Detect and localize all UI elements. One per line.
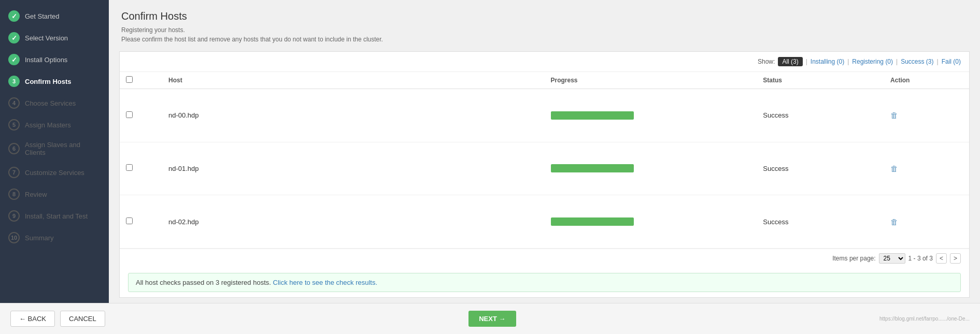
step-circle-assign-masters: 5	[8, 119, 20, 130]
sidebar-label-choose-services: Choose Services	[25, 99, 76, 107]
page-header: Confirm Hosts Registering your hosts. Pl…	[109, 0, 980, 51]
sidebar-item-review[interactable]: 8 Review	[0, 183, 109, 205]
filter-fail-link[interactable]: Fail (0)	[942, 58, 961, 65]
page-range: 1 - 3 of 3	[908, 255, 933, 262]
step-circle-get-started: ✓	[8, 10, 20, 22]
content-panel: Show: All (3) | Installing (0) | Registe…	[119, 51, 970, 298]
step-circle-review: 8	[8, 188, 20, 200]
row-checkbox-cell	[120, 142, 162, 195]
step-circle-customize-services: 7	[8, 167, 20, 178]
status-cell: Success	[757, 195, 884, 249]
progress-bar-fill	[551, 111, 634, 120]
per-page-select[interactable]: 25 50 100	[879, 253, 905, 264]
th-action: Action	[884, 72, 969, 89]
table-row: nd-01.hdp Success 🗑	[120, 142, 969, 195]
items-per-page-label: Items per page:	[832, 255, 875, 262]
cancel-button[interactable]: CANCEL	[60, 311, 105, 327]
sidebar-item-customize-services[interactable]: 7 Customize Services	[0, 162, 109, 183]
row-checkbox-cell	[120, 89, 162, 142]
step-circle-install-options: ✓	[8, 54, 20, 65]
pagination-bar: Items per page: 25 50 100 1 - 3 of 3 < >	[120, 249, 969, 268]
progress-bar-container	[551, 111, 634, 120]
step-circle-confirm-hosts: 3	[8, 76, 20, 87]
sidebar-item-choose-services[interactable]: 4 Choose Services	[0, 92, 109, 114]
sidebar-item-confirm-hosts[interactable]: 3 Confirm Hosts	[0, 70, 109, 92]
step-circle-assign-slaves: 6	[8, 143, 20, 154]
sidebar-item-assign-slaves[interactable]: 6 Assign Slaves and Clients	[0, 136, 109, 162]
delete-icon[interactable]: 🗑	[890, 111, 898, 120]
sidebar-label-assign-masters: Assign Masters	[25, 121, 71, 129]
progress-bar-container	[551, 217, 634, 226]
next-page-button[interactable]: >	[950, 253, 961, 264]
sidebar-label-assign-slaves: Assign Slaves and Clients	[25, 141, 101, 156]
action-cell: 🗑	[884, 142, 969, 195]
footer-url: https://blog.gml.net/farrpo....../one-De…	[879, 316, 970, 322]
filter-bar: Show: All (3) | Installing (0) | Registe…	[120, 52, 969, 72]
step-circle-summary: 10	[8, 232, 20, 243]
action-cell: 🗑	[884, 89, 969, 142]
filter-registering-link[interactable]: Registering (0)	[852, 58, 893, 65]
filter-show-label: Show:	[758, 58, 775, 65]
progress-bar-container	[551, 164, 634, 172]
hosts-table: Host Progress Status Action nd-00.hdp	[120, 72, 969, 249]
sidebar-label-select-version: Select Version	[25, 34, 68, 42]
sidebar-item-summary[interactable]: 10 Summary	[0, 227, 109, 249]
subtitle-line2: Please confirm the host list and remove …	[121, 35, 968, 44]
host-cell: nd-00.hdp	[162, 89, 545, 142]
footer: ← BACK CANCEL NEXT → https://blog.gml.ne…	[0, 303, 980, 334]
sidebar-item-get-started[interactable]: ✓ Get Started	[0, 5, 109, 27]
sidebar-label-review: Review	[25, 191, 47, 198]
sidebar-item-install-start[interactable]: 9 Install, Start and Test	[0, 205, 109, 227]
sidebar-label-get-started: Get Started	[25, 12, 59, 20]
sidebar-label-install-options: Install Options	[25, 56, 67, 64]
progress-cell	[545, 89, 757, 142]
step-circle-install-start: 9	[8, 210, 20, 222]
sidebar-label-confirm-hosts: Confirm Hosts	[25, 78, 72, 85]
progress-cell	[545, 142, 757, 195]
page-title: Confirm Hosts	[121, 10, 968, 22]
filter-installing-link[interactable]: Installing (0)	[811, 58, 844, 65]
progress-bar-fill	[551, 217, 634, 226]
host-cell: nd-01.hdp	[162, 142, 545, 195]
status-cell: Success	[757, 89, 884, 142]
success-text: All host checks passed on 3 registered h…	[136, 279, 271, 286]
sidebar-label-customize-services: Customize Services	[25, 169, 84, 177]
sidebar-label-install-start: Install, Start and Test	[25, 212, 88, 220]
progress-bar-fill	[551, 164, 634, 172]
prev-page-button[interactable]: <	[936, 253, 947, 264]
next-button[interactable]: NEXT →	[468, 311, 516, 327]
step-circle-choose-services: 4	[8, 97, 20, 109]
th-host: Host	[162, 72, 545, 89]
progress-cell	[545, 195, 757, 249]
check-results-link[interactable]: Click here to see the check results.	[273, 279, 378, 286]
sidebar-item-install-options[interactable]: ✓ Install Options	[0, 49, 109, 70]
success-message: All host checks passed on 3 registered h…	[128, 273, 961, 292]
sidebar-item-select-version[interactable]: ✓ Select Version	[0, 27, 109, 49]
row-checkbox-2[interactable]	[126, 217, 133, 224]
sidebar: ✓ Get Started ✓ Select Version ✓ Install…	[0, 0, 109, 303]
sidebar-item-assign-masters[interactable]: 5 Assign Masters	[0, 114, 109, 136]
delete-icon[interactable]: 🗑	[890, 217, 898, 226]
subtitle-line1: Registering your hosts.	[121, 25, 968, 35]
step-circle-select-version: ✓	[8, 32, 20, 43]
delete-icon[interactable]: 🗑	[890, 164, 898, 173]
row-checkbox-0[interactable]	[126, 111, 133, 118]
th-checkbox	[120, 72, 162, 89]
row-checkbox-1[interactable]	[126, 164, 133, 171]
table-row: nd-00.hdp Success 🗑	[120, 89, 969, 142]
action-cell: 🗑	[884, 195, 969, 249]
back-button[interactable]: ← BACK	[10, 311, 55, 327]
filter-success-link[interactable]: Success (3)	[901, 58, 933, 65]
main-content: Confirm Hosts Registering your hosts. Pl…	[109, 0, 980, 303]
th-status: Status	[757, 72, 884, 89]
th-progress: Progress	[545, 72, 757, 89]
row-checkbox-cell	[120, 195, 162, 249]
host-cell: nd-02.hdp	[162, 195, 545, 249]
select-all-checkbox[interactable]	[126, 76, 133, 83]
sidebar-label-summary: Summary	[25, 234, 54, 242]
table-row: nd-02.hdp Success 🗑	[120, 195, 969, 249]
page-subtitle: Registering your hosts. Please confirm t…	[121, 25, 968, 44]
status-cell: Success	[757, 142, 884, 195]
filter-all-btn[interactable]: All (3)	[778, 57, 802, 66]
